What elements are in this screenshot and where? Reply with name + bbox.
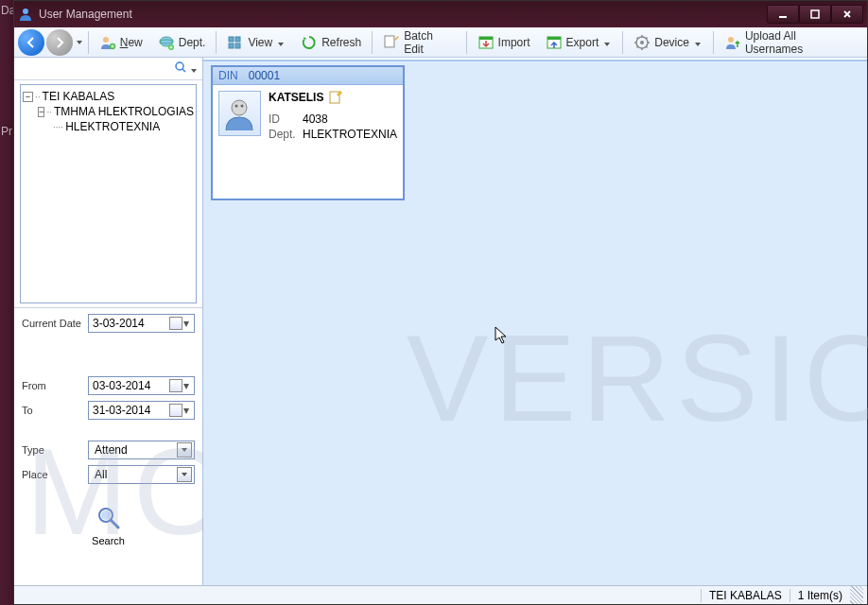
view-button[interactable]: View <box>220 30 292 55</box>
sidebar: − ·· TEI KABALAS − ·· TMHMA HLEKTROLOGIA… <box>14 58 203 585</box>
refresh-label: Refresh <box>321 36 361 49</box>
refresh-button[interactable]: Refresh <box>294 30 368 55</box>
search-button[interactable]: Search <box>22 490 195 554</box>
dept-label: Dept. <box>179 36 206 49</box>
chevron-down-icon <box>278 36 286 49</box>
import-icon <box>477 34 495 51</box>
export-icon <box>546 34 563 51</box>
minimize-button[interactable] <box>767 5 799 24</box>
batch-edit-icon <box>383 34 400 51</box>
calendar-icon[interactable] <box>169 404 182 417</box>
chevron-down-icon[interactable]: ▾ <box>182 404 190 417</box>
nav-forward-button[interactable] <box>46 29 73 56</box>
type-select[interactable]: Attend <box>88 441 195 459</box>
to-label: To <box>22 405 82 416</box>
upload-label: Upload All Usernames <box>745 29 857 56</box>
svg-rect-8 <box>229 37 234 42</box>
user-card[interactable]: DIN 00001 KATSELIS ID4038 Dept <box>211 65 405 200</box>
cursor-icon <box>495 326 510 348</box>
svg-point-19 <box>728 37 734 43</box>
toolbar: New Dept. View Refresh Batch Edit Import <box>14 27 867 58</box>
current-date-input[interactable]: 3-03-2014 ▾ <box>88 314 195 333</box>
resize-grip[interactable] <box>850 586 863 604</box>
batch-edit-button[interactable]: Batch Edit <box>376 30 461 55</box>
svg-point-24 <box>235 105 238 108</box>
tree-node-child2[interactable]: ···· HLEKTROTEXNIA <box>23 119 194 134</box>
export-label: Export <box>566 36 599 49</box>
calendar-icon[interactable] <box>169 317 182 330</box>
svg-rect-11 <box>235 43 240 48</box>
main-content: VERSIO DIN 00001 KATSELIS <box>203 60 867 585</box>
place-select[interactable]: All <box>88 465 195 484</box>
batch-edit-label: Batch Edit <box>404 29 455 56</box>
edit-icon[interactable] <box>329 91 342 104</box>
import-label: Import <box>498 36 530 49</box>
search-icon[interactable] <box>174 60 187 77</box>
chevron-down-icon <box>604 36 612 49</box>
svg-point-0 <box>23 9 28 14</box>
export-button[interactable]: Export <box>539 30 619 55</box>
status-count: 1 Item(s) <box>790 589 850 602</box>
import-button[interactable]: Import <box>471 30 537 55</box>
close-button[interactable] <box>831 5 863 24</box>
nav-back-button[interactable] <box>18 29 44 56</box>
chevron-down-icon[interactable]: ▾ <box>182 379 190 392</box>
tree-node-root[interactable]: − ·· TEI KABALAS <box>23 89 194 104</box>
new-user-icon <box>99 34 116 51</box>
device-icon <box>634 34 651 51</box>
magnifier-icon <box>95 505 122 531</box>
dept-tree: − ·· TEI KABALAS − ·· TMHMA HLEKTROLOGIA… <box>20 84 197 303</box>
window-title: User Management <box>39 8 767 21</box>
view-label: View <box>248 36 272 49</box>
svg-rect-10 <box>229 43 234 48</box>
current-date-label: Current Date <box>22 318 82 329</box>
chevron-down-icon[interactable] <box>177 442 192 458</box>
upload-button[interactable]: Upload All Usernames <box>718 30 863 55</box>
avatar <box>218 91 261 136</box>
card-header: DIN 00001 <box>213 67 403 85</box>
from-date-input[interactable]: 03-03-2014 ▾ <box>88 376 195 395</box>
calendar-icon[interactable] <box>169 379 182 392</box>
svg-rect-14 <box>479 37 493 40</box>
app-icon <box>18 7 33 22</box>
svg-point-22 <box>101 510 111 520</box>
statusbar: TEI KABALAS 1 Item(s) <box>14 585 867 604</box>
main-window: User Management New Dept. View Refre <box>13 0 868 605</box>
svg-rect-9 <box>235 37 240 42</box>
chevron-down-icon[interactable]: ▾ <box>182 317 190 330</box>
device-button[interactable]: Device <box>627 30 709 55</box>
search-strip <box>14 58 202 80</box>
svg-rect-16 <box>547 37 561 40</box>
refresh-icon <box>301 34 318 51</box>
svg-point-3 <box>103 37 109 43</box>
to-date-input[interactable]: 31-03-2014 ▾ <box>88 401 195 420</box>
status-path: TEI KABALAS <box>701 589 790 602</box>
type-label: Type <box>22 444 82 456</box>
dept-icon <box>158 34 175 51</box>
background-app-strip: Da Pr <box>0 0 13 605</box>
device-label: Device <box>654 36 689 49</box>
new-label: New <box>120 36 143 49</box>
svg-rect-2 <box>811 10 819 18</box>
watermark: VERSIO <box>407 307 868 449</box>
svg-point-20 <box>176 62 183 70</box>
chevron-down-icon[interactable] <box>191 62 197 76</box>
svg-point-23 <box>232 100 247 115</box>
new-button[interactable]: New <box>93 30 149 55</box>
svg-rect-12 <box>385 36 394 47</box>
svg-rect-1 <box>779 16 787 18</box>
dept-button[interactable]: Dept. <box>151 30 213 55</box>
filter-panel: Current Date 3-03-2014 ▾ From 03-03-2014… <box>14 307 202 560</box>
tree-collapse-icon[interactable]: − <box>38 107 44 117</box>
tree-node-child1[interactable]: − ·· TMHMA HLEKTROLOGIAS <box>23 104 194 119</box>
from-label: From <box>22 380 82 391</box>
svg-point-25 <box>241 105 244 108</box>
nav-history-dropdown[interactable] <box>75 29 84 56</box>
tree-collapse-icon[interactable]: − <box>23 92 33 102</box>
svg-point-18 <box>640 41 644 44</box>
view-icon <box>227 34 244 51</box>
chevron-down-icon[interactable] <box>177 467 192 482</box>
maximize-button[interactable] <box>799 5 831 24</box>
titlebar: User Management <box>14 1 867 27</box>
place-label: Place <box>22 469 82 480</box>
